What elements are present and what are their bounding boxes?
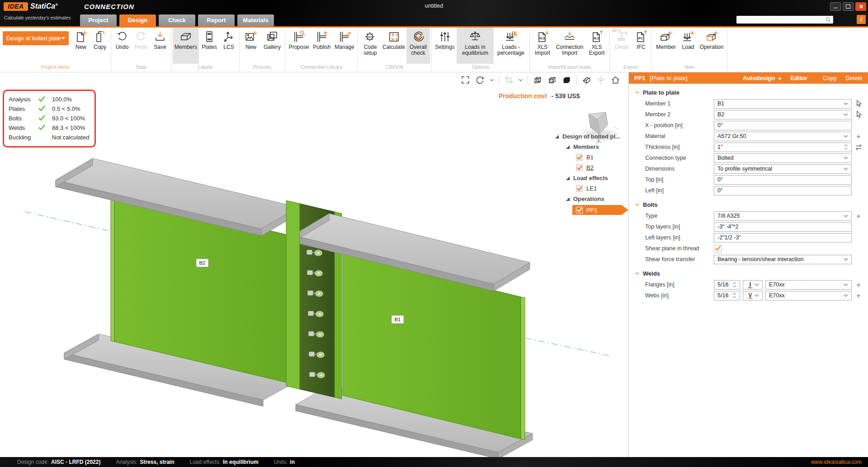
dimensions-select[interactable]: To profile symmetrical <box>714 164 852 174</box>
manage-button[interactable]: Manage <box>333 28 356 64</box>
tab-report[interactable]: Report <box>198 14 235 26</box>
maximize-button[interactable] <box>843 2 854 11</box>
add-web-weld-button[interactable]: + <box>856 292 861 300</box>
tree-root[interactable]: Design of bolted pl... <box>551 131 628 142</box>
copy-operation-button[interactable]: Copy <box>823 75 836 81</box>
add-bolt-type-button[interactable]: + <box>856 212 861 220</box>
tree-item-pp1-selected[interactable]: PP1 <box>572 205 628 215</box>
collapse-triangle-icon[interactable] <box>555 135 559 138</box>
clip-region-icon[interactable] <box>504 75 514 85</box>
collapse-triangle-icon[interactable] <box>566 145 570 149</box>
x-position-input[interactable]: 0" <box>714 121 852 130</box>
xls-export-button[interactable]: XLS XLS Export <box>585 28 608 64</box>
labels-plates-toggle[interactable]: Plates <box>199 28 220 64</box>
connection-type-select[interactable]: Bolted <box>714 153 852 163</box>
spinner-arrows-icon[interactable] <box>844 144 848 150</box>
member1-select[interactable]: B1 <box>714 99 852 109</box>
tree-node-operations[interactable]: Operations <box>551 194 628 204</box>
editor-button[interactable]: Editor <box>791 75 808 81</box>
web-weld-symbol-select[interactable] <box>743 291 763 300</box>
web-electrode-select[interactable]: E70xx <box>765 291 852 300</box>
delete-operation-button[interactable]: Delete <box>845 75 863 81</box>
detail-export-button[interactable]: BETA Detail <box>611 28 632 64</box>
left-layers-input[interactable]: -2"1/2 -3" <box>714 233 852 243</box>
labels-members-toggle[interactable]: Members <box>173 28 199 64</box>
solid-cube-icon[interactable] <box>562 75 571 85</box>
info-button[interactable]: i <box>857 15 866 24</box>
spinner-arrows-icon[interactable] <box>732 282 736 287</box>
shaded-cube-icon[interactable] <box>547 75 557 85</box>
top-input[interactable]: 0" <box>714 175 852 185</box>
new-picture-button[interactable]: New <box>241 28 261 64</box>
spinner-arrows-icon[interactable] <box>732 293 736 298</box>
wireframe-cube-icon[interactable] <box>533 75 542 85</box>
calculate-button[interactable]: Calculate <box>381 28 406 64</box>
labels-lcs-toggle[interactable]: LCS <box>220 28 238 64</box>
top-layers-input[interactable]: -3" -4"*2 <box>714 222 852 232</box>
minimize-button[interactable] <box>830 2 841 11</box>
pick-cursor-icon[interactable] <box>855 100 863 108</box>
search-box[interactable] <box>736 16 833 24</box>
bolt-type-select[interactable]: 7/8 A325 <box>714 211 852 221</box>
code-setup-button[interactable]: </> Code setup <box>359 28 381 64</box>
thickness-stepper[interactable]: 1" <box>714 143 852 152</box>
material-select[interactable]: A572 Gr.50 <box>714 132 852 141</box>
website-link[interactable]: www.ideastatica.com <box>811 459 862 465</box>
shear-plane-checkbox[interactable] <box>714 245 722 253</box>
publish-button[interactable]: Publish <box>311 28 333 64</box>
tab-project[interactable]: Project <box>80 14 117 26</box>
tree-item-b2[interactable]: B2 <box>551 162 628 173</box>
copy-project-button[interactable]: Copy <box>90 28 109 64</box>
member2-select[interactable]: B2 <box>714 110 852 119</box>
home-view-icon[interactable] <box>611 75 620 85</box>
beam-label-b1[interactable]: B1 <box>392 315 404 324</box>
close-button[interactable] <box>855 2 866 11</box>
add-flange-weld-button[interactable]: + <box>856 281 861 289</box>
undo-button[interactable]: Undo <box>113 28 132 64</box>
tree-item-b1[interactable]: B1 <box>551 152 628 162</box>
section-welds[interactable]: Welds <box>629 267 868 279</box>
propose-button[interactable]: Propose <box>287 28 311 64</box>
orbit-icon[interactable] <box>475 75 485 85</box>
chevron-down-icon[interactable] <box>490 79 494 81</box>
search-input[interactable] <box>736 17 825 23</box>
checkbox-checked-icon[interactable] <box>576 154 583 161</box>
section-plate-to-plate[interactable]: Plate to plate <box>629 86 868 98</box>
3d-viewport[interactable]: B2 B1 Analysis 100.0% Plates 0.5 < 5.0% <box>0 72 628 457</box>
fit-view-icon[interactable] <box>461 75 470 85</box>
tab-check[interactable]: Check <box>159 14 195 26</box>
web-weld-size-stepper[interactable]: 5/16 <box>714 291 740 300</box>
loads-in-equilibrium-toggle[interactable]: Loads in equilibrium <box>457 28 494 64</box>
tree-node-load-effects[interactable]: Load effects <box>551 173 628 183</box>
xls-import-button[interactable]: XLS XLS Import <box>531 28 554 64</box>
gallery-button[interactable]: Gallery <box>261 28 283 64</box>
project-type-dropdown[interactable]: Design of bolted plate <box>3 31 69 45</box>
flange-weld-symbol-select[interactable] <box>743 280 763 290</box>
checkbox-checked-icon[interactable] <box>576 185 583 192</box>
section-bolts[interactable]: Bolts <box>629 199 868 210</box>
new-project-button[interactable]: New <box>71 28 90 64</box>
beam-label-b2[interactable]: B2 <box>196 259 208 267</box>
checkbox-checked-icon[interactable] <box>576 164 583 171</box>
tree-item-le1[interactable]: LE1 <box>551 183 628 194</box>
pick-cursor-icon[interactable] <box>855 111 863 119</box>
new-member-button[interactable]: Member <box>653 28 679 64</box>
chevron-down-icon[interactable] <box>519 79 523 81</box>
tab-design[interactable]: Design <box>119 14 156 26</box>
swap-arrows-icon[interactable] <box>855 143 863 151</box>
new-operation-button[interactable]: Operation <box>698 28 726 64</box>
section-view-icon[interactable] <box>582 75 591 85</box>
redo-button[interactable]: Redo <box>132 28 151 64</box>
ifc-export-button[interactable]: IFC IFC <box>632 28 650 64</box>
checkbox-checked-icon[interactable] <box>576 207 583 214</box>
connection-import-button[interactable]: Connection Import <box>554 28 585 64</box>
flange-weld-size-stepper[interactable]: 5/16 <box>714 280 740 290</box>
mirror-view-icon[interactable] <box>596 75 606 85</box>
flange-electrode-select[interactable]: E70xx <box>765 280 852 290</box>
tab-materials[interactable]: Materials <box>237 14 274 26</box>
settings-button[interactable]: Settings <box>433 28 457 64</box>
shear-force-transfer-select[interactable]: Bearing - tension/shear interaction <box>714 255 852 264</box>
save-button[interactable]: Save <box>151 28 170 64</box>
loads-percentage-toggle[interactable]: Loads - percentage <box>494 28 528 64</box>
tree-node-members[interactable]: Members <box>551 142 628 152</box>
